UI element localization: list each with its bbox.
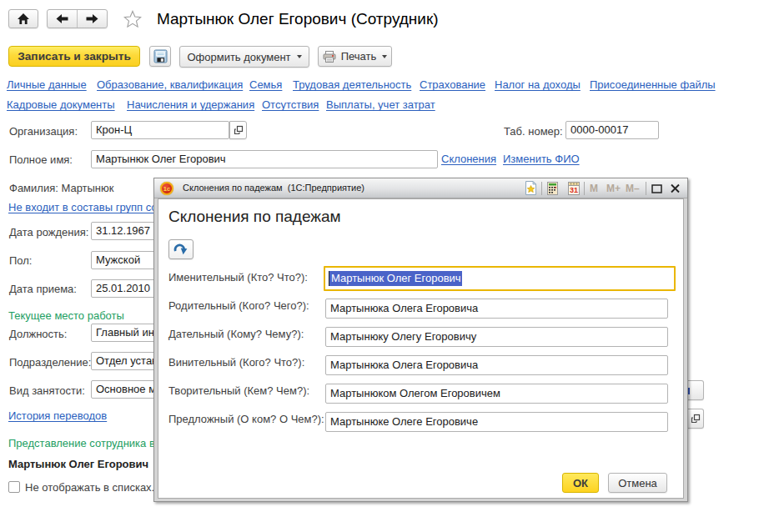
svg-text:31: 31 <box>570 186 578 194</box>
